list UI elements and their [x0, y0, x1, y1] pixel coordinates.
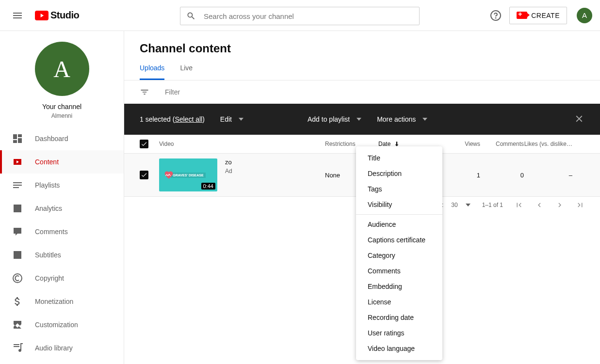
search-input[interactable]	[204, 12, 413, 20]
logo-text: Studio	[50, 10, 79, 21]
filter-icon[interactable]	[140, 87, 149, 97]
chevron-down-icon	[466, 203, 470, 207]
analytics-icon	[12, 203, 23, 214]
content-icon	[12, 156, 23, 168]
dropdown-item-user-ratings[interactable]: User ratings	[356, 325, 442, 341]
sidebar-item-label: Monetization	[35, 298, 73, 305]
sidebar-nav: Dashboard Content Playlists Analytics Co…	[0, 127, 124, 360]
customization-icon	[12, 319, 23, 331]
video-duration: 0:44	[201, 183, 215, 190]
row-checkbox[interactable]	[140, 171, 148, 179]
main-content: Channel content Uploads Live 1 selected …	[124, 31, 600, 364]
sidebar-item-content[interactable]: Content	[0, 150, 124, 174]
dropdown-item-video-language[interactable]: Video language	[356, 341, 442, 356]
dropdown-item-description[interactable]: Description	[356, 166, 442, 181]
create-button[interactable]: CREATE	[509, 7, 567, 24]
prev-page-button[interactable]	[535, 201, 544, 209]
sidebar-item-label: Playlists	[35, 181, 60, 189]
filter-row	[124, 80, 600, 104]
chevron-down-icon	[422, 117, 427, 122]
sidebar-item-label: Comments	[35, 228, 68, 236]
sidebar-item-label: Subtitles	[35, 251, 61, 259]
select-all-link[interactable]: Select all	[175, 115, 202, 123]
dropdown-item-recording-date[interactable]: Recording date	[356, 310, 442, 325]
hamburger-menu-button[interactable]	[8, 6, 27, 25]
sidebar-item-label: Content	[35, 158, 59, 166]
playlists-icon	[12, 179, 23, 191]
page-title: Channel content	[124, 31, 600, 55]
heart-icon	[164, 170, 174, 180]
video-thumbnail[interactable]: GRAVES' DISEASE 0:44	[159, 158, 217, 191]
channel-avatar[interactable]: A	[35, 42, 89, 96]
first-page-icon	[515, 201, 523, 209]
create-label: CREATE	[531, 12, 560, 19]
chevron-right-icon	[555, 201, 564, 209]
help-icon	[490, 10, 502, 21]
selection-count: 1 selected (Select all)	[140, 115, 205, 123]
video-title: zo	[225, 158, 232, 166]
header-views[interactable]: Views	[441, 141, 480, 147]
chevron-left-icon	[535, 201, 544, 209]
page-range: 1–1 of 1	[482, 202, 503, 208]
thumbnail-text: GRAVES' DISEASE	[171, 173, 205, 178]
sidebar-item-dashboard[interactable]: Dashboard	[0, 127, 124, 150]
close-selection-button[interactable]	[574, 113, 584, 126]
sidebar-item-monetization[interactable]: Monetization	[0, 290, 124, 313]
select-all-checkbox[interactable]	[140, 140, 148, 148]
dropdown-item-comments[interactable]: Comments	[356, 263, 442, 279]
dropdown-item-tags[interactable]: Tags	[356, 181, 442, 197]
monetization-icon	[12, 296, 23, 307]
sidebar-item-label: Analytics	[35, 205, 62, 212]
dropdown-item-visibility[interactable]: Visibility	[356, 197, 442, 212]
comments-icon	[12, 226, 23, 237]
tab-uploads[interactable]: Uploads	[140, 64, 164, 80]
pager-nav	[515, 201, 584, 209]
next-page-button[interactable]	[555, 201, 564, 209]
search-container	[180, 7, 420, 25]
sidebar: A Your channel Almenni Dashboard Content…	[0, 31, 124, 364]
sidebar-item-playlists[interactable]: Playlists	[0, 174, 124, 197]
cell-likes: –	[524, 172, 572, 179]
video-subtitle: Ad	[225, 168, 232, 174]
channel-name: Almenni	[0, 112, 124, 119]
more-actions-dropdown[interactable]: More actions	[377, 115, 427, 123]
sidebar-item-customization[interactable]: Customization	[0, 313, 124, 336]
playlist-dropdown[interactable]: Add to playlist	[308, 115, 361, 123]
youtube-icon	[35, 11, 49, 20]
chevron-down-icon	[357, 117, 361, 122]
last-page-icon	[576, 201, 584, 209]
audio-library-icon	[12, 342, 23, 354]
sidebar-item-comments[interactable]: Comments	[0, 220, 124, 243]
tab-live[interactable]: Live	[180, 64, 193, 80]
help-button[interactable]	[486, 6, 505, 25]
check-icon	[141, 141, 147, 147]
search-box[interactable]	[180, 7, 420, 25]
header-likes[interactable]: Likes (vs. dislike…	[524, 141, 572, 147]
sidebar-item-label: Audio library	[35, 344, 73, 352]
sidebar-item-copyright[interactable]: Copyright	[0, 267, 124, 290]
dropdown-item-audience[interactable]: Audience	[356, 217, 442, 232]
sidebar-item-subtitles[interactable]: Subtitles	[0, 243, 124, 267]
close-icon	[574, 113, 584, 124]
last-page-button[interactable]	[576, 201, 584, 209]
sidebar-item-analytics[interactable]: Analytics	[0, 197, 124, 220]
studio-logo[interactable]: Studio	[35, 10, 79, 21]
filter-input[interactable]	[165, 88, 250, 96]
header-comments[interactable]: Comments	[480, 141, 524, 147]
sidebar-item-label: Customization	[35, 321, 78, 329]
dropdown-item-title[interactable]: Title	[356, 150, 442, 166]
dropdown-item-embedding[interactable]: Embedding	[356, 279, 442, 294]
sidebar-item-audio-library[interactable]: Audio library	[0, 336, 124, 360]
selection-bar: 1 selected (Select all) Edit Add to play…	[124, 104, 600, 135]
cell-views: 1	[441, 172, 480, 179]
header-actions: CREATE A	[486, 6, 592, 25]
dropdown-item-captions[interactable]: Captions certificate	[356, 232, 442, 248]
edit-dropdown[interactable]: Edit	[220, 115, 243, 123]
first-page-button[interactable]	[515, 201, 523, 209]
account-avatar[interactable]: A	[577, 8, 592, 23]
dropdown-item-category[interactable]: Category	[356, 248, 442, 263]
dashboard-icon	[12, 133, 23, 144]
header-video: Video	[159, 141, 325, 147]
search-icon	[186, 11, 196, 21]
dropdown-item-license[interactable]: License	[356, 294, 442, 310]
